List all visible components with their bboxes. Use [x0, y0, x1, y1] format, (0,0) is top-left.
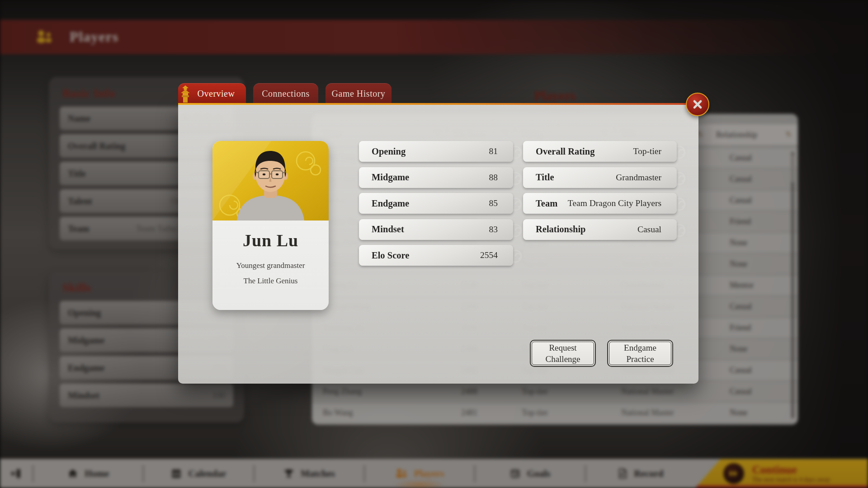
tab-label: Overview: [198, 89, 235, 99]
attribute-label: Team: [536, 198, 557, 209]
stat-label: Mindset: [372, 224, 404, 235]
swirl-decoration: [671, 197, 687, 212]
attribute-row: Team Team Dragon City Players: [523, 193, 677, 214]
app-root: Players Basic Info Name 魏宜风介 Overall Rat…: [0, 0, 868, 488]
modal-action-buttons: Request Challenge Endgame Practice: [530, 340, 673, 367]
swirl-decoration: [508, 171, 523, 186]
stat-row: Mindset 83: [359, 219, 513, 240]
attribute-value: Team Dragon City Players: [568, 198, 661, 208]
attribute-label: Overall Rating: [536, 146, 594, 157]
swirl-decoration: [508, 249, 523, 264]
attribute-value: Casual: [637, 225, 661, 235]
stat-row: Endgame 85: [359, 193, 513, 214]
swirl-decoration: [508, 223, 523, 238]
attribute-row: Title Grandmaster: [523, 167, 677, 188]
player-subtitle-1: Youngest grandmaster: [212, 261, 329, 270]
attribute-value: Grandmaster: [616, 173, 661, 183]
stat-value: 2554: [480, 250, 498, 260]
attribute-label: Title: [536, 172, 554, 183]
tab-overview[interactable]: Overview: [178, 83, 246, 104]
swirl-decoration: [671, 223, 687, 238]
stat-row: Elo Score 2554: [359, 245, 513, 266]
attribute-label: Relationship: [536, 224, 586, 235]
attribute-row: Relationship Casual: [523, 219, 677, 240]
swirl-decoration: [508, 145, 523, 160]
swirl-decoration: [671, 145, 687, 160]
stat-value: 88: [489, 173, 498, 183]
swirl-decoration: [508, 197, 523, 212]
stat-label: Endgame: [372, 198, 409, 209]
stat-value: 85: [489, 198, 498, 208]
modal-top-accent-line: [178, 103, 698, 105]
tab-connections[interactable]: Connections: [253, 83, 318, 104]
stat-row: Opening 81: [359, 141, 513, 162]
modal-tabs: Overview Connections Game History: [178, 83, 392, 104]
stat-value: 83: [489, 225, 498, 235]
player-subtitle-2: The Little Genius: [212, 277, 329, 286]
modal-body: Jun Lu Youngest grandmaster The Little G…: [178, 104, 698, 384]
player-attributes-column: Overall Rating Top-tier Title Grandmaste…: [523, 141, 677, 245]
tab-label: Connections: [262, 89, 310, 99]
stat-value: 81: [489, 146, 498, 156]
stat-row: Midgame 88: [359, 167, 513, 188]
player-portrait: [212, 141, 329, 221]
request-challenge-button[interactable]: Request Challenge: [530, 340, 596, 367]
stat-label: Midgame: [372, 172, 409, 183]
tab-game-history[interactable]: Game History: [326, 83, 392, 104]
attribute-row: Overall Rating Top-tier: [523, 141, 677, 162]
player-card: Jun Lu Youngest grandmaster The Little G…: [212, 141, 329, 310]
endgame-practice-button[interactable]: Endgame Practice: [607, 340, 673, 367]
swirl-decoration: [671, 171, 687, 186]
tab-label: Game History: [332, 89, 386, 99]
close-button[interactable]: [686, 93, 709, 116]
stat-label: Opening: [372, 146, 406, 157]
attribute-value: Top-tier: [633, 146, 661, 156]
stat-label: Elo Score: [372, 250, 409, 261]
player-stats-column: Opening 81 Midgame 88 Endgame 85: [359, 141, 513, 271]
pagoda-icon: [179, 85, 192, 103]
player-name: Jun Lu: [212, 230, 329, 250]
player-detail-modal: Overview Connections Game History: [0, 0, 868, 488]
